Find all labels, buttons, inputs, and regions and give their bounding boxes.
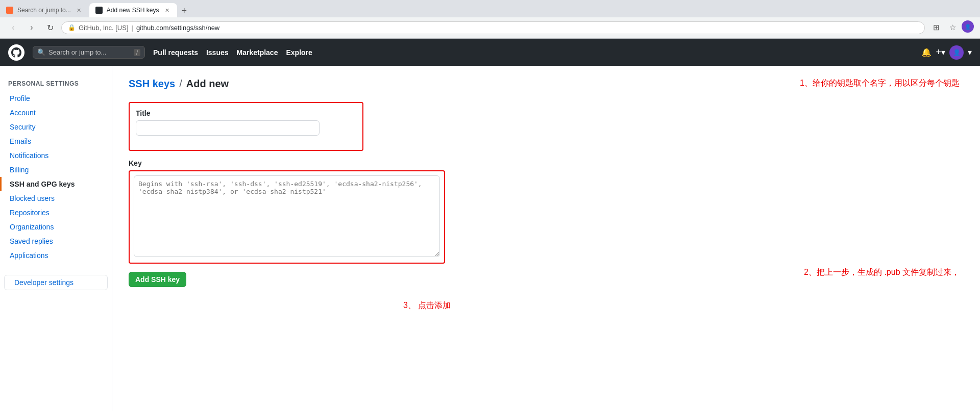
sidebar-item-applications[interactable]: Applications bbox=[0, 248, 112, 263]
title-input[interactable] bbox=[136, 120, 320, 136]
plus-icon: + bbox=[936, 47, 941, 58]
address-bar[interactable]: 🔒 GitHub, Inc. [US] | github.com/setting… bbox=[61, 21, 925, 34]
sidebar-item-organizations[interactable]: Organizations bbox=[0, 220, 112, 234]
search-placeholder: Search or jump to... bbox=[48, 48, 131, 56]
user-avatar[interactable]: 👤 bbox=[949, 45, 964, 60]
personal-settings-sidebar: Personal settings Profile Account Securi… bbox=[0, 66, 112, 411]
key-input[interactable] bbox=[134, 175, 440, 257]
search-box[interactable]: 🔍 Search or jump to... / bbox=[33, 46, 145, 59]
annotation-3: 3、 点击添加 bbox=[403, 300, 451, 311]
github-navbar: 🔍 Search or jump to... / Pull requests I… bbox=[0, 39, 980, 66]
title-form-group: Title bbox=[136, 109, 356, 136]
tab1-close[interactable]: ✕ bbox=[75, 6, 83, 14]
main-content: Personal settings Profile Account Securi… bbox=[0, 66, 980, 411]
search-kbd: / bbox=[134, 49, 140, 56]
url-separator: | bbox=[132, 24, 133, 32]
tab2-favicon bbox=[95, 7, 103, 14]
browser-tabs: Search or jump to... ✕ Add new SSH keys … bbox=[0, 0, 980, 17]
back-button[interactable]: ‹ bbox=[6, 20, 20, 35]
annotation-1: 1、给你的钥匙取个名字，用以区分每个钥匙 bbox=[800, 78, 960, 89]
add-ssh-key-button[interactable]: Add SSH key bbox=[129, 272, 186, 287]
avatar-chevron[interactable]: ▾ bbox=[968, 47, 972, 57]
title-annotation-box: Title bbox=[129, 102, 363, 151]
nav-link-pull-requests[interactable]: Pull requests bbox=[153, 48, 198, 57]
annotation-2: 2、把上一步，生成的 .pub 文件复制过来， bbox=[804, 267, 960, 278]
sidebar-item-security[interactable]: Security bbox=[0, 120, 112, 134]
nav-link-marketplace[interactable]: Marketplace bbox=[237, 48, 278, 57]
nav-link-issues[interactable]: Issues bbox=[206, 48, 229, 57]
toolbar-actions: ⊞ ☆ 👤 bbox=[929, 20, 974, 35]
sidebar-item-ssh-gpg[interactable]: SSH and GPG keys bbox=[0, 177, 112, 191]
nav-links: Pull requests Issues Marketplace Explore bbox=[153, 48, 312, 57]
translate-button[interactable]: ⊞ bbox=[929, 20, 943, 35]
key-label: Key bbox=[129, 159, 964, 167]
breadcrumb-current: Add new bbox=[186, 78, 229, 90]
content-area: 1、给你的钥匙取个名字，用以区分每个钥匙 SSH keys / Add new … bbox=[112, 66, 980, 411]
tab2-title: Add new SSH keys bbox=[107, 7, 159, 14]
browser-toolbar: ‹ › ↻ 🔒 GitHub, Inc. [US] | github.com/s… bbox=[0, 17, 980, 38]
add-tab-button[interactable]: + bbox=[177, 4, 191, 17]
sidebar-item-profile[interactable]: Profile bbox=[0, 91, 112, 106]
nav-link-explore[interactable]: Explore bbox=[286, 48, 312, 57]
breadcrumb-separator: / bbox=[179, 78, 182, 90]
tab-2[interactable]: Add new SSH keys ✕ bbox=[89, 3, 178, 17]
sidebar-item-repositories[interactable]: Repositories bbox=[0, 206, 112, 220]
chevron-down-icon: ▾ bbox=[941, 47, 945, 57]
lock-icon: 🔒 bbox=[68, 24, 76, 31]
url-path: github.com/settings/ssh/new bbox=[136, 24, 219, 32]
search-icon: 🔍 bbox=[37, 48, 45, 56]
sidebar-item-saved-replies[interactable]: Saved replies bbox=[0, 234, 112, 248]
github-logo[interactable] bbox=[8, 44, 24, 61]
browser-chrome: Search or jump to... ✕ Add new SSH keys … bbox=[0, 0, 980, 39]
bookmark-button[interactable]: ☆ bbox=[945, 20, 960, 35]
sidebar-heading: Personal settings bbox=[0, 76, 112, 91]
url-domain: GitHub, Inc. [US] bbox=[79, 24, 129, 32]
nav-right: 🔔 + ▾ 👤 ▾ bbox=[921, 45, 972, 60]
breadcrumb-ssh-keys-link[interactable]: SSH keys bbox=[129, 78, 175, 90]
tab2-label: Add new SSH keys bbox=[107, 7, 159, 14]
forward-button[interactable]: › bbox=[24, 20, 39, 35]
sidebar-item-developer-settings[interactable]: Developer settings bbox=[5, 275, 107, 290]
tab1-favicon bbox=[6, 7, 13, 14]
browser-profile-avatar[interactable]: 👤 bbox=[962, 20, 974, 33]
sidebar-item-account[interactable]: Account bbox=[0, 106, 112, 120]
tab2-close[interactable]: ✕ bbox=[163, 6, 171, 14]
tab-1[interactable]: Search or jump to... ✕ bbox=[0, 3, 89, 17]
key-form-group: Key bbox=[129, 159, 964, 272]
sidebar-item-blocked-users[interactable]: Blocked users bbox=[0, 191, 112, 206]
sidebar-item-billing[interactable]: Billing bbox=[0, 163, 112, 177]
new-item-button[interactable]: + ▾ bbox=[936, 47, 945, 58]
tab1-label: Search or jump to... bbox=[17, 7, 71, 14]
reload-button[interactable]: ↻ bbox=[43, 20, 57, 35]
sidebar-item-emails[interactable]: Emails bbox=[0, 134, 112, 148]
title-label: Title bbox=[136, 109, 356, 117]
key-annotation-box bbox=[129, 170, 445, 264]
sidebar-item-notifications[interactable]: Notifications bbox=[0, 148, 112, 163]
notifications-bell[interactable]: 🔔 bbox=[921, 47, 932, 57]
